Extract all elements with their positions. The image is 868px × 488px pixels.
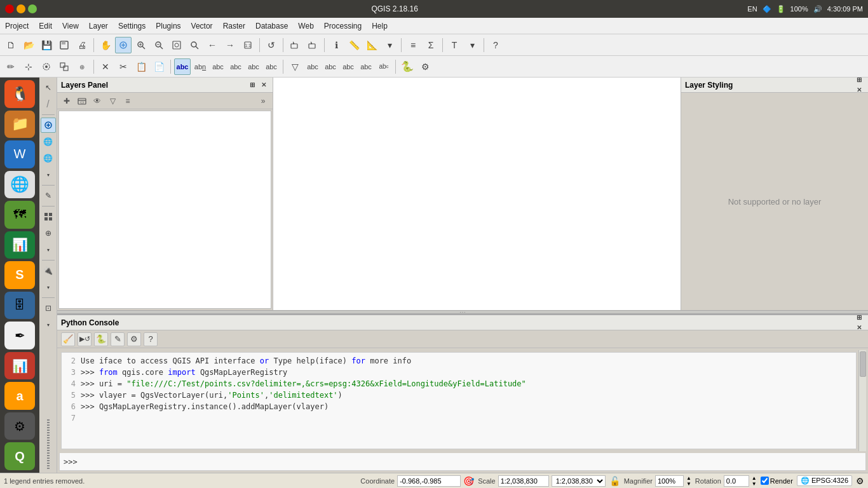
globe-dropdown[interactable]: ▾ bbox=[41, 167, 56, 182]
select-button[interactable] bbox=[287, 37, 303, 53]
refresh-button[interactable]: ↺ bbox=[263, 37, 280, 53]
python-button[interactable]: 🐍 bbox=[399, 58, 416, 75]
zoom-last-button[interactable]: ← bbox=[204, 37, 220, 53]
menu-settings[interactable]: Settings bbox=[113, 20, 151, 32]
minimize-button[interactable] bbox=[17, 4, 25, 13]
menu-web[interactable]: Web bbox=[293, 20, 318, 32]
lt-filter-btn[interactable]: ▽ bbox=[105, 94, 119, 108]
plugin-side-btn2[interactable]: ⊡ bbox=[41, 301, 56, 316]
magnifier-input[interactable] bbox=[655, 475, 684, 487]
console-scrollbar[interactable] bbox=[858, 350, 866, 451]
globe-btn[interactable]: 🌐 bbox=[41, 134, 56, 149]
plugin-side-btn[interactable]: 🔌 bbox=[41, 263, 56, 278]
lt-expand-btn[interactable]: » bbox=[256, 94, 270, 108]
add-feat-dropdown[interactable]: ▾ bbox=[41, 242, 56, 257]
add-part-button[interactable] bbox=[56, 58, 72, 75]
console-run-btn[interactable]: ▶↺ bbox=[78, 332, 92, 346]
dock-impress[interactable]: 📊 bbox=[4, 352, 35, 380]
zoom-full-button[interactable] bbox=[115, 37, 132, 53]
lock-icon[interactable]: 🔓 bbox=[609, 476, 620, 486]
console-float-btn[interactable]: ⊞ bbox=[854, 313, 864, 323]
label-tool8[interactable]: abc bbox=[322, 58, 339, 75]
label-tool11[interactable]: abc bbox=[376, 58, 392, 75]
label-tool5[interactable]: abc bbox=[245, 58, 262, 75]
label-tool9[interactable]: abc bbox=[340, 58, 356, 75]
maximize-button[interactable] bbox=[28, 4, 37, 13]
lt-visibility-btn[interactable]: 👁 bbox=[90, 94, 104, 108]
slash-tool[interactable]: / bbox=[41, 97, 56, 112]
menu-vector[interactable]: Vector bbox=[186, 20, 218, 32]
menu-plugins[interactable]: Plugins bbox=[151, 20, 186, 32]
dock-inkscape[interactable]: ✒ bbox=[4, 322, 35, 349]
menu-raster[interactable]: Raster bbox=[218, 20, 250, 32]
console-python-btn[interactable]: 🐍 bbox=[94, 332, 108, 346]
add-feat-btn[interactable]: ⊕ bbox=[41, 226, 56, 241]
measure-area-button[interactable]: 📐 bbox=[363, 37, 380, 53]
scale-dropdown[interactable]: 1:2,038,830 bbox=[552, 475, 606, 487]
resize-handle[interactable] bbox=[47, 419, 50, 470]
help-button[interactable]: ? bbox=[487, 37, 504, 53]
select2-button[interactable] bbox=[304, 37, 321, 53]
save-button[interactable]: 💾 bbox=[38, 37, 55, 53]
label-tool4[interactable]: abc bbox=[227, 58, 244, 75]
python-editor[interactable]: 2 Use iface to access QGIS API interface… bbox=[61, 352, 857, 449]
epsg-badge[interactable]: 🌐 EPSG:4326 bbox=[797, 475, 852, 486]
zoom-native-button[interactable]: 1:1 bbox=[240, 37, 256, 53]
filter-button[interactable]: ▽ bbox=[287, 58, 303, 75]
menu-view[interactable]: View bbox=[57, 20, 84, 32]
layers-close-btn[interactable]: ✕ bbox=[259, 80, 269, 90]
zoom-out-button[interactable] bbox=[151, 37, 167, 53]
plugin-dropdown3[interactable]: ▾ bbox=[41, 317, 56, 332]
zoom-layer-button[interactable] bbox=[168, 37, 185, 53]
dock-qgis[interactable]: 🗺 bbox=[4, 201, 35, 229]
zoom-next-button[interactable]: → bbox=[222, 37, 238, 53]
label-tool1[interactable]: abc bbox=[174, 58, 191, 75]
lt-more-btn[interactable]: ≡ bbox=[121, 94, 135, 108]
print-button[interactable]: 🖨 bbox=[74, 37, 90, 53]
cut-button[interactable]: ✂ bbox=[115, 58, 132, 75]
label-tool6[interactable]: abc bbox=[263, 58, 280, 75]
delete-button[interactable]: ✕ bbox=[97, 58, 114, 75]
render-checkbox[interactable]: Render bbox=[761, 477, 793, 485]
zoom-in-button[interactable] bbox=[133, 37, 149, 53]
scale-input[interactable] bbox=[498, 475, 549, 487]
console-editor-btn[interactable]: ✎ bbox=[111, 332, 125, 346]
dock-db[interactable]: 🗄 bbox=[4, 292, 35, 320]
menu-project[interactable]: Project bbox=[0, 20, 34, 32]
dock-files[interactable]: 📁 bbox=[4, 111, 35, 139]
attributes-table-button[interactable]: ≡ bbox=[405, 37, 421, 53]
menu-edit[interactable]: Edit bbox=[34, 20, 57, 32]
close-button[interactable] bbox=[5, 4, 14, 13]
stats-button[interactable]: Σ bbox=[423, 37, 439, 53]
menu-processing[interactable]: Processing bbox=[319, 20, 367, 32]
console-settings-btn[interactable]: ⚙ bbox=[127, 332, 141, 346]
layers-float-btn[interactable]: ⊞ bbox=[247, 80, 257, 90]
plugin-button[interactable]: ⚙ bbox=[417, 58, 433, 75]
grid-btn[interactable] bbox=[41, 209, 56, 224]
console-clear-btn[interactable]: 🧹 bbox=[61, 332, 75, 346]
console-help-btn[interactable]: ? bbox=[144, 332, 158, 346]
new-project-button[interactable]: 🗋 bbox=[3, 37, 19, 53]
lt-group-btn[interactable]: ▭ bbox=[75, 94, 89, 108]
paste-button[interactable]: 📄 bbox=[151, 58, 167, 75]
render-check-input[interactable] bbox=[761, 477, 769, 485]
dock-settings[interactable]: ⚙ bbox=[4, 412, 35, 440]
scrollbar-thumb[interactable] bbox=[860, 351, 866, 377]
menu-layer[interactable]: Layer bbox=[84, 20, 113, 32]
plugin-dropdown2[interactable]: ▾ bbox=[41, 280, 56, 295]
styling-float-btn[interactable]: ⊞ bbox=[854, 78, 864, 85]
dock-ubuntu[interactable]: 🐧 bbox=[4, 80, 35, 108]
pencil-button[interactable]: ✏ bbox=[3, 58, 19, 75]
add-layer-btn[interactable] bbox=[41, 118, 56, 133]
save-as-button[interactable] bbox=[56, 37, 72, 53]
lt-add-btn[interactable]: ✚ bbox=[60, 94, 74, 108]
menu-database[interactable]: Database bbox=[250, 20, 293, 32]
node-tool-button[interactable]: ⊹ bbox=[20, 58, 37, 75]
dock-calc[interactable]: 📊 bbox=[4, 231, 35, 259]
python-input-area[interactable]: >>> bbox=[59, 453, 866, 471]
dock-writer[interactable]: W bbox=[4, 140, 35, 168]
magnifier-spinner[interactable]: ▲ ▼ bbox=[686, 475, 691, 487]
measure-dropdown[interactable]: ▾ bbox=[381, 37, 398, 53]
open-project-button[interactable]: 📂 bbox=[20, 37, 37, 53]
cursor-tool[interactable]: ↖ bbox=[41, 80, 56, 95]
